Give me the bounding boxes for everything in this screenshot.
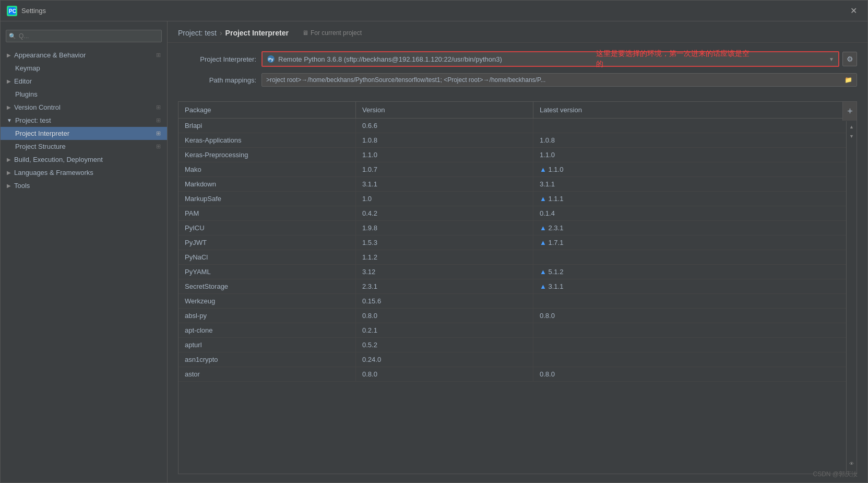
python-icon: Py [267, 55, 275, 63]
package-name: PAM [179, 206, 356, 220]
main-content: 🔍 ▶ Appearance & Behavior ⊞ Keymap ▶ Edi… [1, 21, 867, 482]
package-name: Werkzeug [179, 294, 356, 308]
package-version: 1.0.7 [356, 162, 533, 176]
table-row[interactable]: Keras-Applications1.0.81.0.8 [179, 133, 857, 148]
sidebar-item-project-test[interactable]: ▼ Project: test ⊞ [1, 114, 167, 127]
search-input[interactable] [6, 30, 162, 42]
sidebar-item-label: Keymap [15, 64, 40, 72]
table-row[interactable]: SecretStorage2.3.1▲ 3.1.1 [179, 279, 857, 294]
sidebar-item-project-interpreter[interactable]: Project Interpreter ⊞ [1, 127, 167, 140]
table-row[interactable]: apturl0.5.2 [179, 338, 857, 352]
package-version: 1.9.8 [356, 221, 533, 235]
sidebar-item-version-control[interactable]: ▶ Version Control ⊞ [1, 101, 167, 114]
package-name: apturl [179, 338, 356, 352]
table-row[interactable]: Keras-Preprocessing1.1.01.1.0 [179, 148, 857, 162]
package-name: PyJWT [179, 235, 356, 250]
package-latest: 0.8.0 [533, 309, 857, 323]
sidebar-item-label: Plugins [15, 90, 38, 98]
copy-icon: ⊞ [156, 117, 161, 124]
sidebar-item-keymap[interactable]: Keymap [1, 62, 167, 75]
breadcrumb-current: Project Interpreter [225, 29, 289, 37]
package-version: 1.0 [356, 192, 533, 206]
settings-panel: Project Interpreter: Py Remote Python 3.… [168, 43, 867, 101]
interpreter-label: Project Interpreter: [178, 55, 256, 63]
dropdown-arrow-icon: ▼ [829, 56, 834, 62]
table-row[interactable]: asn1crypto0.24.0 [179, 352, 857, 367]
watermark: CSDN @郭庆汝 [813, 470, 858, 479]
header-latest: Latest version [533, 102, 857, 118]
table-row[interactable]: PyNaCl1.1.2 [179, 250, 857, 265]
close-button[interactable]: ✕ [846, 4, 861, 18]
package-name: MarkupSafe [179, 192, 356, 206]
title-bar: PC Settings ✕ [1, 1, 867, 21]
sidebar-item-plugins[interactable]: Plugins [1, 88, 167, 101]
package-version: 0.5.2 [356, 338, 533, 352]
sidebar-item-editor[interactable]: ▶ Editor [1, 75, 167, 88]
path-mappings-text: >roject root>→/home/beckhans/PythonSourc… [266, 76, 841, 84]
sidebar-item-project-structure[interactable]: Project Structure ⊞ [1, 140, 167, 153]
table-row[interactable]: astor0.8.00.8.0 [179, 367, 857, 382]
package-table: Package Version Latest version + Brlapi0… [178, 101, 857, 474]
package-name: Keras-Applications [179, 133, 356, 147]
package-latest: ▲ 1.7.1 [533, 235, 857, 250]
scroll-down-button[interactable]: ▼ [848, 133, 856, 140]
table-row[interactable]: Werkzeug0.15.6 [179, 294, 857, 309]
table-row[interactable]: apt-clone0.2.1 [179, 323, 857, 338]
interpreter-row: Project Interpreter: Py Remote Python 3.… [178, 51, 857, 67]
package-latest: 1.1.0 [533, 148, 857, 162]
table-row[interactable]: PyICU1.9.8▲ 2.3.1 [179, 221, 857, 235]
package-version: 0.8.0 [356, 309, 533, 323]
sidebar-item-appearance[interactable]: ▶ Appearance & Behavior ⊞ [1, 49, 167, 62]
table-row[interactable]: absl-py0.8.00.8.0 [179, 309, 857, 323]
sidebar-item-label: Project: test [15, 116, 51, 124]
package-name: Keras-Preprocessing [179, 148, 356, 162]
for-current-label: For current project [311, 29, 362, 37]
table-row[interactable]: Mako1.0.7▲ 1.1.0 [179, 162, 857, 177]
svg-text:Py: Py [268, 57, 274, 62]
main-panel: 这里是要选择的环境，第一次进来的话应该是空的 Project: test › P… [168, 21, 867, 482]
table-row[interactable]: Markdown3.1.13.1.1 [179, 177, 857, 192]
package-latest: ▲ 3.1.1 [533, 279, 857, 293]
table-row[interactable]: PyYAML3.12▲ 5.1.2 [179, 265, 857, 279]
sidebar-item-label: Tools [14, 182, 30, 190]
table-row[interactable]: PAM0.4.20.1.4 [179, 206, 857, 221]
package-name: astor [179, 367, 356, 381]
package-name: Brlapi [179, 119, 356, 133]
package-latest [533, 338, 857, 352]
package-name: apt-clone [179, 323, 356, 337]
add-package-button[interactable]: + [842, 102, 857, 121]
package-name: asn1crypto [179, 352, 356, 367]
package-latest: 0.1.4 [533, 206, 857, 220]
search-box: 🔍 [6, 30, 162, 42]
sidebar-item-label: Version Control [14, 103, 61, 111]
package-version: 0.6.6 [356, 119, 533, 133]
eye-button[interactable]: 👁 [848, 460, 856, 467]
package-latest [533, 352, 857, 367]
table-row[interactable]: Brlapi0.6.6 [179, 119, 857, 133]
package-latest [533, 119, 857, 133]
sidebar-item-build[interactable]: ▶ Build, Execution, Deployment [1, 153, 167, 166]
path-mappings-value[interactable]: >roject root>→/home/beckhans/PythonSourc… [261, 73, 857, 87]
gear-button[interactable]: ⚙ [842, 52, 857, 66]
for-current-project: 🖥 For current project [302, 29, 362, 37]
package-version: 1.1.2 [356, 250, 533, 264]
table-header: Package Version Latest version + [179, 102, 857, 119]
table-row[interactable]: PyJWT1.5.3▲ 1.7.1 [179, 235, 857, 250]
interpreter-dropdown-container: Py Remote Python 3.6.8 (sftp://beckhans@… [261, 51, 857, 67]
package-name: PyYAML [179, 265, 356, 279]
path-mappings-label: Path mappings: [178, 76, 256, 84]
table-row[interactable]: MarkupSafe1.0▲ 1.1.1 [179, 192, 857, 206]
scroll-up-button[interactable]: ▲ [848, 123, 856, 131]
sidebar-item-languages[interactable]: ▶ Languages & Frameworks [1, 166, 167, 179]
path-mappings-row: Path mappings: >roject root>→/home/beckh… [178, 73, 857, 87]
breadcrumb-project: Project: test [178, 29, 217, 37]
header-version: Version [356, 102, 533, 118]
scroll-controls: ▲ ▼ 👁 [846, 121, 857, 474]
package-version: 0.2.1 [356, 323, 533, 337]
sidebar-item-tools[interactable]: ▶ Tools [1, 179, 167, 192]
package-version: 0.8.0 [356, 367, 533, 381]
copy-icon: ⊞ [156, 52, 161, 58]
package-latest [533, 294, 857, 308]
package-latest: 1.0.8 [533, 133, 857, 147]
package-name: PyNaCl [179, 250, 356, 264]
